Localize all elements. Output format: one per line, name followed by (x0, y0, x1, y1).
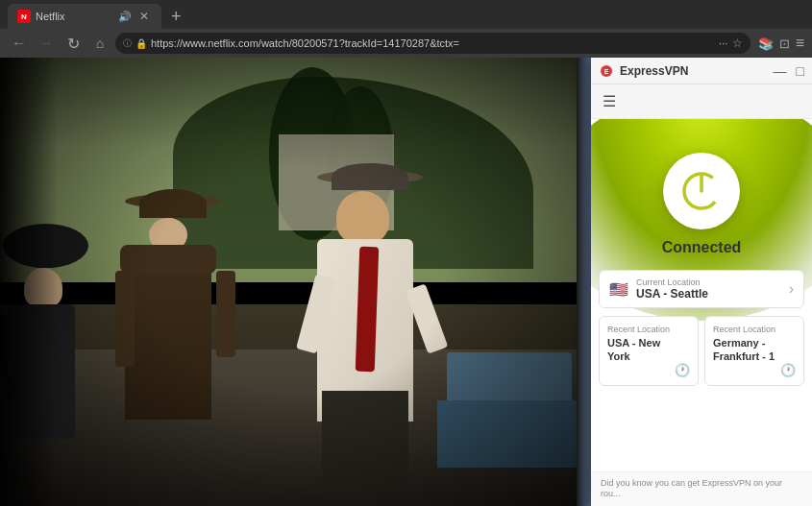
hamburger-menu-icon[interactable]: ☰ (603, 92, 616, 110)
vpn-title-left: E ExpressVPN (599, 63, 688, 79)
recent-loc-2-name: Germany -Frankfurt - 1 (713, 336, 796, 364)
vignette (0, 58, 591, 506)
menu-button[interactable]: ≡ (796, 35, 804, 52)
bookmarks-button[interactable]: 📚 (758, 36, 774, 51)
home-button[interactable]: ⌂ (88, 32, 111, 55)
close-tab-button[interactable]: ✕ (136, 9, 152, 24)
vpn-current-loc-name: USA - Seattle (636, 287, 708, 301)
vpn-panel: E ExpressVPN — □ ☰ (591, 58, 812, 506)
tab-active[interactable]: N Netflix 🔊 ✕ (8, 4, 161, 29)
lock-icon: 🔒 (135, 38, 147, 49)
browser-right-area (577, 58, 591, 506)
vpn-header: ☰ (591, 84, 812, 119)
recent-loc-1-name: USA - NewYork (607, 336, 690, 364)
forward-button[interactable]: → (35, 32, 58, 55)
tabs-button[interactable]: ⊡ (779, 36, 790, 51)
right-nav: 📚 ⊡ ≡ (758, 35, 804, 52)
vpn-current-location[interactable]: 🇺🇸 Current Location USA - Seattle › (599, 270, 804, 308)
tab-title: Netflix (36, 11, 113, 22)
clock-icon-1: 🕐 (675, 363, 690, 377)
recent-loc-2-label: Recent Location (713, 325, 796, 334)
left-dark (0, 58, 58, 506)
clock-icon-2: 🕐 (780, 363, 796, 377)
film-scene (0, 58, 591, 506)
nav-bar: ← → ↻ ⌂ ⓘ 🔒 https://www.netflix.com/watc… (0, 29, 812, 58)
vpn-status-text: Connected (662, 239, 742, 256)
refresh-button[interactable]: ↻ (62, 32, 85, 55)
bookmark-icon[interactable]: ☆ (732, 36, 743, 50)
svg-text:E: E (604, 68, 609, 75)
vpn-titlebar: E ExpressVPN — □ (591, 58, 812, 84)
more-options-icon[interactable]: ··· (719, 36, 728, 50)
vpn-recent-card-2[interactable]: Recent Location Germany -Frankfurt - 1 🕐 (704, 316, 804, 386)
vpn-footer-text: Did you know you can get ExpressVPN on y… (601, 478, 802, 500)
back-button[interactable]: ← (8, 32, 31, 55)
vpn-current-loc-info: Current Location USA - Seattle (636, 277, 708, 301)
vpn-maximize-button[interactable]: □ (797, 63, 804, 79)
vpn-power-button-wrapper (663, 153, 740, 229)
tab-audio-icon[interactable]: 🔊 (118, 11, 132, 23)
power-icon (680, 170, 723, 212)
new-tab-button[interactable]: + (165, 7, 187, 27)
vpn-location-section: 🇺🇸 Current Location USA - Seattle › Rece… (591, 270, 812, 386)
browser-chrome: N Netflix 🔊 ✕ + ← → ↻ ⌂ ⓘ 🔒 https://www.… (0, 0, 812, 58)
vpn-title-text: ExpressVPN (620, 64, 688, 78)
vpn-win-controls: — □ (774, 63, 804, 79)
main-area: E ExpressVPN — □ ☰ (0, 58, 812, 506)
vpn-current-loc-left: 🇺🇸 Current Location USA - Seattle (609, 277, 708, 301)
vpn-power-button[interactable] (663, 153, 740, 229)
netflix-video-area[interactable] (0, 58, 591, 506)
address-bar[interactable]: ⓘ 🔒 https://www.netflix.com/watch/802005… (115, 33, 750, 54)
usa-flag-icon: 🇺🇸 (609, 280, 628, 299)
vpn-recent-row: Recent Location USA - NewYork 🕐 Recent L… (599, 316, 804, 386)
expressvpn-logo-icon: E (599, 63, 614, 79)
tab-favicon: N (17, 10, 31, 23)
chevron-right-icon: › (789, 280, 794, 298)
vpn-current-loc-label: Current Location (636, 277, 708, 287)
address-text[interactable]: https://www.netflix.com/watch/80200571?t… (151, 37, 715, 49)
page-info-icon: ⓘ (123, 37, 132, 50)
recent-loc-1-label: Recent Location (607, 325, 690, 334)
vpn-footer: Did you know you can get ExpressVPN on y… (591, 471, 812, 506)
vpn-recent-card-1[interactable]: Recent Location USA - NewYork 🕐 (599, 316, 699, 386)
tab-bar: N Netflix 🔊 ✕ + (0, 0, 812, 29)
vpn-main-content: Connected 🇺🇸 Current Location USA - Seat… (591, 119, 812, 471)
vpn-minimize-button[interactable]: — (774, 63, 787, 79)
